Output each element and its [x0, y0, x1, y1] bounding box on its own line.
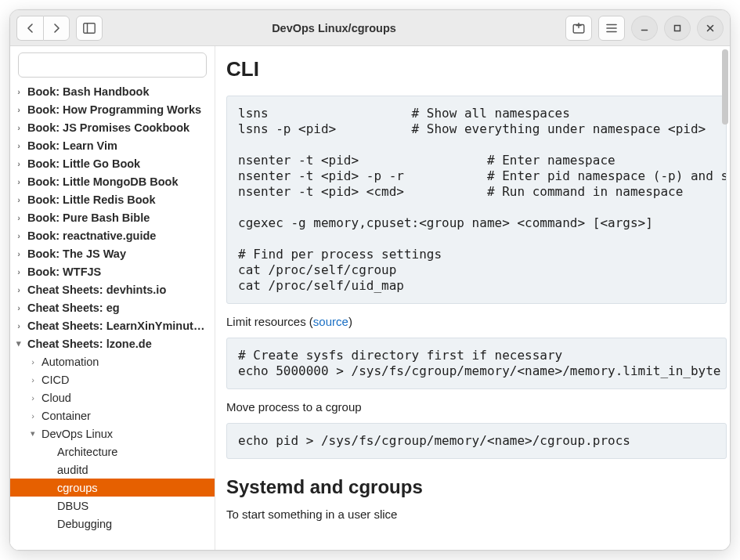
close-icon	[706, 23, 715, 33]
svg-rect-0	[84, 23, 95, 32]
tree-page[interactable]: Architecture	[10, 443, 215, 461]
chevron-right-icon: ›	[12, 123, 26, 132]
sidebar-icon	[83, 23, 96, 34]
tree-item-label: Book: Little Go Book	[27, 157, 140, 170]
tree-item-label: Book: WTFJS	[27, 266, 101, 278]
sidebar-toggle-button[interactable]	[76, 16, 103, 41]
chevron-right-icon: ›	[12, 159, 26, 168]
search-input[interactable]	[18, 52, 207, 78]
chevron-right-icon: ›	[12, 213, 26, 222]
tree-item-label: Book: Pure Bash Bible	[27, 211, 150, 224]
move-process-text: Move process to a cgroup	[226, 400, 727, 414]
nav-buttons	[16, 16, 70, 41]
tree-item-label: Book: JS Promises Cookbook	[27, 121, 190, 134]
tree-item-label: Book: reactnative.guide	[27, 229, 156, 242]
chevron-down-icon: ▾	[26, 428, 40, 439]
chevron-right-icon: ›	[26, 411, 40, 421]
chevron-right-icon: ›	[12, 195, 26, 204]
tree-item-label: Debugging	[57, 518, 112, 530]
tree-book[interactable]: ›Book: JS Promises Cookbook	[10, 118, 215, 136]
chevron-left-icon	[26, 23, 35, 33]
scrollbar-thumb[interactable]	[722, 49, 728, 125]
source-link[interactable]: source	[313, 315, 348, 328]
tree-item-label: Book: Learn Vim	[27, 139, 117, 152]
back-button[interactable]	[16, 16, 43, 41]
tree-page[interactable]: Debugging	[10, 515, 215, 533]
chevron-right-icon: ›	[12, 105, 26, 114]
chevron-right-icon: ›	[12, 303, 26, 313]
sidebar: ›Book: Bash Handbook›Book: How Programmi…	[10, 46, 215, 550]
tree-item-label: Cheat Sheets: devhints.io	[27, 284, 166, 296]
tree-book[interactable]: ›Cheat Sheets: eg	[10, 298, 215, 316]
tree-item-label: Book: Bash Handbook	[27, 85, 149, 98]
window-title: DevOps Linux/cgroups	[109, 22, 559, 34]
tree-book[interactable]: ›Book: Bash Handbook	[10, 82, 215, 100]
tree-item-label: DevOps Linux	[42, 428, 113, 440]
chevron-right-icon: ›	[26, 393, 40, 403]
tree-cheatsheets-lzone[interactable]: ▾Cheat Sheets: lzone.de	[10, 334, 215, 352]
tree-item-label: DBUS	[57, 500, 88, 512]
tree-book[interactable]: ›Book: WTFJS	[10, 262, 215, 280]
tree-devops-linux[interactable]: ▾DevOps Linux	[10, 425, 215, 443]
tree-item-label: Automation	[42, 356, 99, 368]
tree-item-label: Book: The JS Way	[27, 247, 126, 260]
chevron-right-icon: ›	[12, 249, 26, 258]
chevron-right-icon: ›	[12, 177, 26, 186]
chevron-right-icon: ›	[12, 141, 26, 150]
menu-button[interactable]	[598, 16, 625, 41]
tree-item-label: Cheat Sheets: lzone.de	[27, 338, 152, 350]
limit-pre: Limit resources (	[226, 315, 313, 328]
tree-book[interactable]: ›Book: reactnative.guide	[10, 226, 215, 244]
tree-item-label: Cloud	[42, 392, 71, 404]
chevron-right-icon: ›	[12, 231, 26, 240]
content-pane[interactable]: CLI lsns # Show all namespaces lsns -p <…	[215, 46, 730, 550]
tree-item-label: cgroups	[57, 482, 98, 494]
tree-book[interactable]: ›Cheat Sheets: devhints.io	[10, 280, 215, 298]
chevron-right-icon: ›	[12, 321, 26, 331]
tree-page[interactable]: auditd	[10, 461, 215, 479]
tree-page[interactable]: cgroups	[10, 479, 215, 497]
tree-item-label: auditd	[57, 464, 88, 476]
minimize-icon	[640, 23, 649, 33]
tree-book[interactable]: ›Book: Learn Vim	[10, 136, 215, 154]
tree-book[interactable]: ›Cheat Sheets: LearnXinYminut…	[10, 316, 215, 334]
new-tab-button[interactable]	[565, 16, 592, 41]
tree-item-label: Book: How Programming Works	[27, 103, 201, 116]
tree-view[interactable]: ›Book: Bash Handbook›Book: How Programmi…	[10, 82, 215, 550]
chevron-right-icon: ›	[26, 375, 40, 385]
hamburger-icon	[606, 23, 617, 33]
minimize-button[interactable]	[631, 16, 658, 41]
app-window: DevOps Linux/cgroups	[9, 9, 731, 551]
tree-book[interactable]: ›Book: Pure Bash Bible	[10, 208, 215, 226]
start-slice-text: To start something in a user slice	[226, 508, 727, 521]
tree-book[interactable]: ›Book: The JS Way	[10, 244, 215, 262]
tree-item-label: Book: Little Redis Book	[27, 193, 156, 206]
new-tab-icon	[572, 23, 585, 34]
forward-button[interactable]	[43, 16, 70, 41]
search-container	[10, 46, 215, 82]
tree-page[interactable]: DBUS	[10, 497, 215, 515]
window-body: ›Book: Bash Handbook›Book: How Programmi…	[10, 46, 730, 550]
tree-category[interactable]: ›Automation	[10, 352, 215, 370]
tree-category[interactable]: ›Container	[10, 406, 215, 425]
close-button[interactable]	[697, 16, 724, 41]
tree-book[interactable]: ›Book: Little MongoDB Book	[10, 172, 215, 190]
tree-category[interactable]: ›CICD	[10, 370, 215, 388]
tree-item-label: Container	[42, 410, 91, 422]
limit-post: )	[348, 315, 352, 328]
tree-item-label: Architecture	[57, 446, 117, 458]
tree-book[interactable]: ›Book: Little Redis Book	[10, 190, 215, 208]
chevron-right-icon: ›	[12, 87, 26, 96]
tree-category[interactable]: ›Cloud	[10, 388, 215, 406]
maximize-button[interactable]	[664, 16, 691, 41]
titlebar-right	[565, 16, 724, 41]
titlebar: DevOps Linux/cgroups	[10, 10, 730, 46]
tree-book[interactable]: ›Book: How Programming Works	[10, 100, 215, 118]
tree-book[interactable]: ›Book: Little Go Book	[10, 154, 215, 172]
tree-item-label: Cheat Sheets: eg	[27, 302, 120, 314]
tree-item-label: CICD	[42, 374, 69, 386]
code-block-namespaces: lsns # Show all namespaces lsns -p <pid>…	[226, 96, 727, 304]
chevron-right-icon: ›	[12, 267, 26, 276]
chevron-right-icon: ›	[12, 285, 26, 294]
limit-resources-text: Limit resources (source)	[226, 315, 727, 328]
